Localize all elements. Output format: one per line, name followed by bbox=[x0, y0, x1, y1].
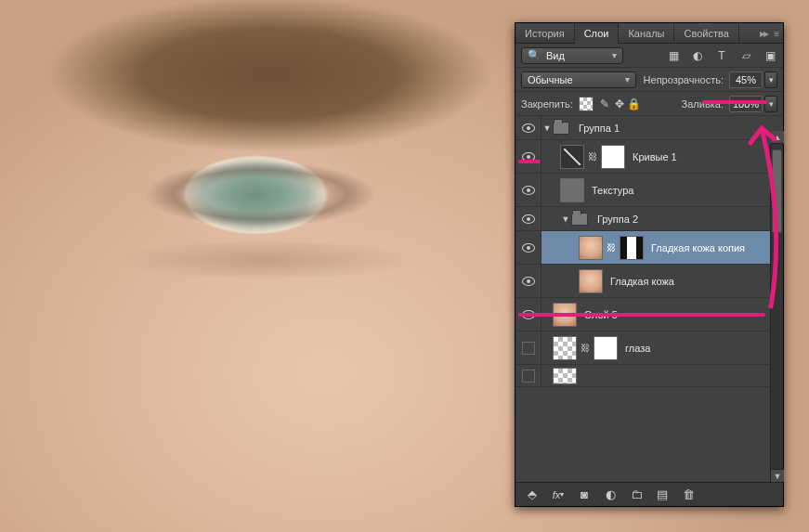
layer-thumb bbox=[553, 336, 577, 360]
lock-row: Закрепить: ✎ ✥ 🔒 Заливка: 100% ▾ bbox=[515, 92, 783, 116]
fill-label: Заливка: bbox=[682, 98, 724, 110]
visibility-icon[interactable] bbox=[522, 214, 535, 224]
layer-name: глаза bbox=[625, 343, 777, 354]
visibility-icon[interactable] bbox=[522, 186, 535, 195]
layers-bottom-bar: ⬘ fx▾ ◙ ◐ 🗀 ▤ 🗑 bbox=[515, 482, 783, 506]
lock-transparency-icon[interactable] bbox=[579, 97, 594, 111]
panel-menu-button[interactable]: ▸▸ ≡ bbox=[749, 27, 783, 40]
layer-thumb bbox=[560, 178, 584, 202]
opacity-dropdown-button[interactable]: ▾ bbox=[764, 71, 777, 88]
layers-list: ▼ Группа 1 ⛓ Кривые 1 Текстура ▼ Группа … bbox=[515, 116, 783, 482]
layer-5[interactable]: Слой 5 bbox=[515, 298, 783, 331]
layer-texture[interactable]: Текстура bbox=[515, 174, 783, 207]
lock-move-icon[interactable]: ✥ bbox=[612, 97, 627, 111]
tab-channels[interactable]: Каналы bbox=[619, 23, 674, 44]
blend-mode-select[interactable]: Обычные ▾ bbox=[521, 71, 636, 88]
visibility-off-icon[interactable] bbox=[522, 370, 535, 383]
new-layer-icon[interactable]: ▤ bbox=[655, 487, 670, 502]
layers-scrollbar[interactable]: ▲ ▼ bbox=[770, 144, 783, 482]
layer-name: Группа 2 bbox=[597, 214, 777, 225]
visibility-icon[interactable] bbox=[522, 152, 535, 162]
filter-smart-icon[interactable]: ▣ bbox=[763, 48, 777, 63]
link-icon[interactable]: ⛓ bbox=[588, 151, 597, 162]
opacity-input[interactable]: 45% bbox=[729, 71, 763, 88]
new-adjustment-icon[interactable]: ◐ bbox=[603, 487, 618, 502]
layer-thumb bbox=[553, 303, 577, 327]
add-mask-icon[interactable]: ◙ bbox=[577, 487, 592, 502]
delete-layer-icon[interactable]: 🗑 bbox=[681, 487, 696, 502]
opacity-label: Непрозрачность: bbox=[644, 74, 724, 85]
scroll-down-icon[interactable]: ▼ bbox=[771, 469, 783, 482]
filter-pixel-icon[interactable]: ▦ bbox=[666, 48, 681, 63]
layer-filter-row: 🔍 Вид ▾ ▦ ◐ T ▱ ▣ bbox=[515, 44, 783, 68]
visibility-off-icon[interactable] bbox=[522, 342, 535, 355]
filter-shape-icon[interactable]: ▱ bbox=[738, 48, 753, 63]
layer-smooth[interactable]: Гладкая кожа bbox=[515, 265, 783, 298]
layer-partial[interactable] bbox=[515, 365, 783, 387]
visibility-icon[interactable] bbox=[522, 277, 535, 286]
layer-name: Группа 1 bbox=[579, 123, 777, 134]
filter-adjust-icon[interactable]: ◐ bbox=[690, 48, 705, 63]
layer-name: Текстура bbox=[592, 185, 777, 196]
layer-name: Кривые 1 bbox=[633, 151, 777, 162]
layer-thumb bbox=[579, 236, 603, 260]
layer-filter-label: Вид bbox=[546, 50, 565, 61]
layer-name: Гладкая кожа bbox=[610, 276, 777, 287]
layer-curves1[interactable]: ⛓ Кривые 1 bbox=[515, 140, 783, 174]
tab-history[interactable]: История bbox=[515, 23, 575, 44]
layer-thumb bbox=[553, 368, 577, 384]
link-icon[interactable]: ⛓ bbox=[607, 242, 616, 253]
lock-brush-icon[interactable]: ✎ bbox=[597, 97, 612, 111]
layers-panel: История Слои Каналы Свойства ▸▸ ≡ 🔍 Вид … bbox=[515, 22, 784, 507]
panel-tabs: История Слои Каналы Свойства ▸▸ ≡ bbox=[515, 23, 783, 44]
visibility-icon[interactable] bbox=[522, 310, 535, 319]
disclose-icon[interactable]: ▼ bbox=[542, 123, 553, 133]
blend-mode-value: Обычные bbox=[528, 74, 573, 85]
layer-group2[interactable]: ▼ Группа 2 bbox=[515, 207, 783, 231]
tab-layers[interactable]: Слои bbox=[575, 23, 620, 44]
disclose-icon[interactable]: ▼ bbox=[560, 214, 571, 224]
fill-input[interactable]: 100% bbox=[729, 96, 763, 112]
mask-thumb[interactable] bbox=[620, 236, 644, 260]
mask-thumb[interactable] bbox=[601, 145, 625, 169]
mask-thumb[interactable] bbox=[594, 336, 618, 360]
layer-name: Гладкая кожа копия bbox=[651, 242, 777, 253]
folder-icon bbox=[553, 122, 569, 135]
layer-smooth-copy[interactable]: ⛓ Гладкая кожа копия bbox=[515, 231, 783, 265]
blend-row: Обычные ▾ Непрозрачность: 45% ▾ bbox=[515, 68, 783, 92]
layer-name: Слой 5 bbox=[584, 309, 777, 320]
adjustment-thumb bbox=[560, 145, 584, 169]
new-group-icon[interactable]: 🗀 bbox=[629, 487, 644, 502]
fx-button[interactable]: fx▾ bbox=[551, 487, 566, 502]
layer-group1[interactable]: ▼ Группа 1 bbox=[515, 116, 783, 140]
filter-type-icon[interactable]: T bbox=[714, 48, 729, 63]
fill-dropdown-button[interactable]: ▾ bbox=[764, 96, 777, 112]
layer-eyes[interactable]: ⛓ глаза bbox=[515, 331, 783, 365]
folder-icon bbox=[571, 213, 588, 226]
visibility-icon[interactable] bbox=[522, 243, 535, 253]
lock-all-icon[interactable]: 🔒 bbox=[627, 97, 642, 111]
layer-filter-select[interactable]: 🔍 Вид ▾ bbox=[521, 47, 623, 64]
tab-properties[interactable]: Свойства bbox=[674, 23, 738, 44]
layer-thumb bbox=[579, 269, 603, 293]
link-icon[interactable]: ⛓ bbox=[581, 343, 590, 353]
lock-label: Закрепить: bbox=[521, 98, 573, 110]
visibility-icon[interactable] bbox=[522, 123, 535, 133]
scroll-up-icon[interactable]: ▲ bbox=[771, 131, 783, 144]
scroll-thumb[interactable] bbox=[772, 149, 782, 233]
link-layers-icon[interactable]: ⬘ bbox=[525, 487, 540, 502]
